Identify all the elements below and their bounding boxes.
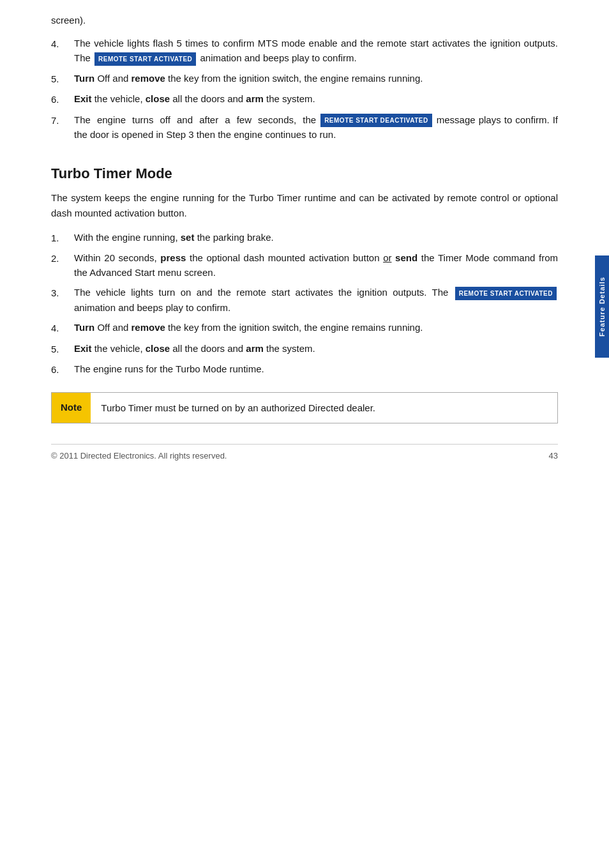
list-item: 2. Within 20 seconds, press the optional… (51, 250, 558, 280)
remote-start-deactivated-badge: REMOTE START DEACTIVATED (320, 114, 432, 128)
side-tab-label: Feature Details (597, 277, 608, 337)
bold-close: close (146, 93, 170, 104)
list-number: 6. (51, 91, 74, 107)
feature-details-tab: Feature Details (595, 255, 609, 358)
bold-exit: Exit (74, 93, 92, 104)
underline-or: or (383, 252, 391, 263)
bold-arm-2: arm (246, 343, 264, 354)
list-text: Turn Off and remove the key from the ign… (74, 71, 558, 86)
list-text: The engine turns off and after a few sec… (74, 112, 558, 142)
list-text: Exit the vehicle, close all the doors an… (74, 91, 558, 106)
footer: © 2011 Directed Electronics. All rights … (51, 444, 558, 462)
list-text: Within 20 seconds, press the optional da… (74, 250, 558, 280)
bold-turn: Turn (74, 73, 94, 84)
list-item: 3. The vehicle lights turn on and the re… (51, 285, 558, 315)
list-number: 2. (51, 250, 74, 266)
list-number: 4. (51, 36, 74, 51)
list-item: 5. Turn Off and remove the key from the … (51, 71, 558, 86)
list-text: The vehicle lights turn on and the remot… (74, 285, 558, 315)
bold-close-2: close (146, 343, 170, 354)
list-item: 5. Exit the vehicle, close all the doors… (51, 341, 558, 356)
turbo-timer-intro: The system keeps the engine running for … (51, 190, 558, 221)
list-number: 4. (51, 320, 74, 335)
turbo-timer-title: Turbo Timer Mode (51, 163, 558, 184)
remote-start-activated-badge-2: REMOTE START ACTIVATED (455, 287, 557, 301)
list-text: The vehicle lights flash 5 times to conf… (74, 36, 558, 66)
bold-remove-2: remove (131, 322, 165, 333)
list-number: 7. (51, 112, 74, 128)
list-item: 6. Exit the vehicle, close all the doors… (51, 91, 558, 107)
section1-list: 4. The vehicle lights flash 5 times to c… (51, 36, 558, 142)
copyright-text: © 2011 Directed Electronics. All rights … (51, 450, 227, 462)
list-item: 7. The engine turns off and after a few … (51, 112, 558, 142)
bold-press: press (160, 252, 186, 263)
intro-continuation: screen). (51, 13, 558, 28)
bold-exit-2: Exit (74, 343, 92, 354)
note-label: Note (52, 393, 91, 423)
list-number: 3. (51, 285, 74, 300)
list-item: 6. The engine runs for the Turbo Mode ru… (51, 362, 558, 377)
list-text: Turn Off and remove the key from the ign… (74, 320, 558, 335)
list-text: Exit the vehicle, close all the doors an… (74, 341, 558, 356)
bold-remove: remove (131, 73, 165, 84)
page-number: 43 (549, 450, 558, 462)
list-item: 4. The vehicle lights flash 5 times to c… (51, 36, 558, 66)
bold-send: send (395, 252, 417, 263)
list-number: 6. (51, 362, 74, 377)
list-text: The engine runs for the Turbo Mode runti… (74, 362, 558, 376)
note-content: Turbo Timer must be turned on by an auth… (91, 393, 386, 423)
list-item: 4. Turn Off and remove the key from the … (51, 320, 558, 335)
bold-arm: arm (246, 93, 264, 104)
list-item: 1. With the engine running, set the park… (51, 230, 558, 245)
remote-start-activated-badge: REMOTE START ACTIVATED (94, 52, 196, 66)
list-text: With the engine running, set the parking… (74, 230, 558, 245)
bold-set: set (181, 232, 195, 243)
note-box: Note Turbo Timer must be turned on by an… (51, 392, 558, 423)
list-number: 5. (51, 71, 74, 86)
turbo-timer-list: 1. With the engine running, set the park… (51, 230, 558, 377)
list-number: 1. (51, 230, 74, 245)
bold-turn-2: Turn (74, 322, 94, 333)
list-number: 5. (51, 341, 74, 356)
